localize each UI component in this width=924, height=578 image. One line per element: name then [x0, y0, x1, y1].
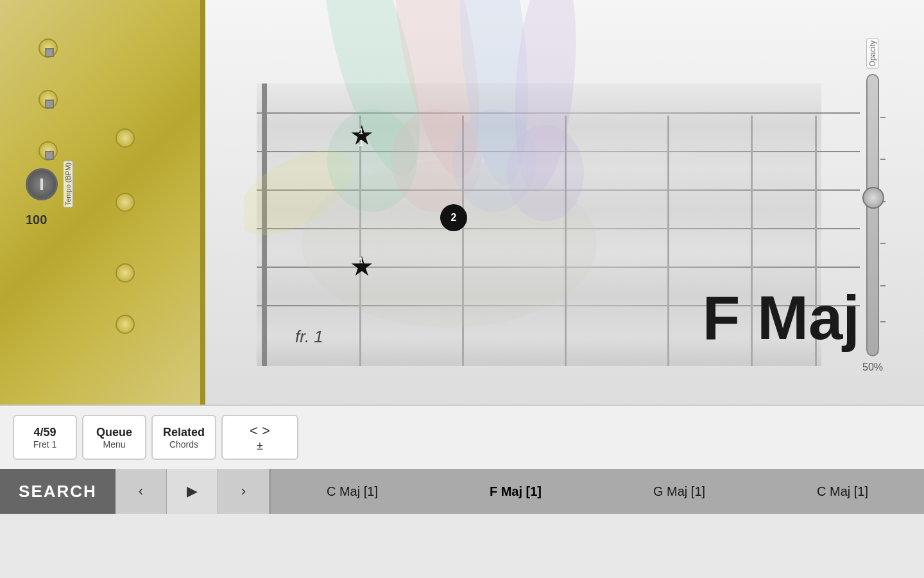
slider-tick	[880, 243, 886, 244]
playlist-items: C Maj [1] F Maj [1] G Maj [1] C Maj [1]	[271, 469, 924, 514]
tuning-peg	[116, 315, 135, 334]
slider-tick	[880, 117, 886, 118]
opacity-slider-track[interactable]	[866, 74, 879, 356]
playlist-play-button[interactable]: ▶	[167, 469, 218, 514]
tempo-value: 100	[26, 213, 73, 227]
finger-marker-1-bottom: ★ 1	[350, 250, 374, 282]
tuning-peg	[116, 263, 135, 283]
opacity-control[interactable]: Opacity 50%	[847, 39, 898, 385]
queue-sub: Menu	[103, 439, 125, 450]
nav-arrows: < >	[250, 423, 270, 439]
guitar-area: ★ 1 1 ★ 1 2 fr. 1 F Maj Tempo (BPM) 100 …	[0, 0, 924, 405]
tuning-nut	[45, 151, 54, 160]
tuning-peg	[116, 128, 135, 148]
position-sub: Fret 1	[33, 439, 57, 450]
fret-position-label: fr. 1	[295, 327, 323, 347]
slider-tick	[880, 321, 886, 322]
slider-tick	[880, 285, 886, 286]
opacity-value: 50%	[862, 362, 883, 373]
tempo-label: Tempo (BPM)	[63, 161, 73, 207]
opacity-label: Opacity	[866, 39, 879, 69]
slider-tick	[880, 159, 886, 160]
finger-marker-1-top: ★ 1 1	[350, 122, 374, 149]
position-button[interactable]: 4/59 Fret 1	[13, 415, 77, 460]
playlist-play-icon: ▶	[187, 483, 198, 500]
control-bar: 4/59 Fret 1 Queue Menu Related Chords < …	[0, 405, 924, 469]
playlist-item-1[interactable]: F Maj [1]	[477, 484, 554, 499]
tuning-peg	[116, 193, 135, 212]
position-label: 4/59	[33, 426, 56, 439]
tempo-knob[interactable]	[26, 168, 58, 200]
search-label: SEARCH	[19, 482, 97, 502]
search-button[interactable]: SEARCH	[0, 469, 116, 514]
playlist-item-3[interactable]: C Maj [1]	[804, 484, 881, 499]
playlist-forward-button[interactable]: ›	[218, 469, 270, 514]
related-label: Related	[163, 426, 205, 439]
svg-point-9	[507, 125, 584, 222]
playlist-bar: SEARCH ‹ ▶ › C Maj [1] F Maj [1] G Maj […	[0, 469, 924, 514]
playlist-forward-icon: ›	[241, 483, 246, 500]
playlist-item-0[interactable]: C Maj [1]	[314, 484, 391, 499]
related-chords-button[interactable]: Related Chords	[151, 415, 216, 460]
queue-button[interactable]: Queue Menu	[82, 415, 146, 460]
queue-label: Queue	[96, 426, 132, 439]
tuning-nut	[45, 48, 54, 57]
tuning-nut	[45, 100, 54, 109]
related-sub: Chords	[169, 439, 198, 450]
nav-prev-next-button[interactable]: < > ±	[221, 415, 298, 460]
playlist-back-icon: ‹	[139, 483, 143, 500]
playlist-back-button[interactable]: ‹	[116, 469, 167, 514]
nav-plusminus: ±	[257, 439, 263, 453]
playlist-item-2[interactable]: G Maj [1]	[640, 484, 718, 499]
tempo-control[interactable]: Tempo (BPM) 100	[26, 161, 73, 227]
opacity-slider-thumb[interactable]	[862, 187, 884, 209]
chord-name-display: F Maj	[703, 283, 860, 353]
finger-marker-2: 2	[440, 204, 467, 231]
